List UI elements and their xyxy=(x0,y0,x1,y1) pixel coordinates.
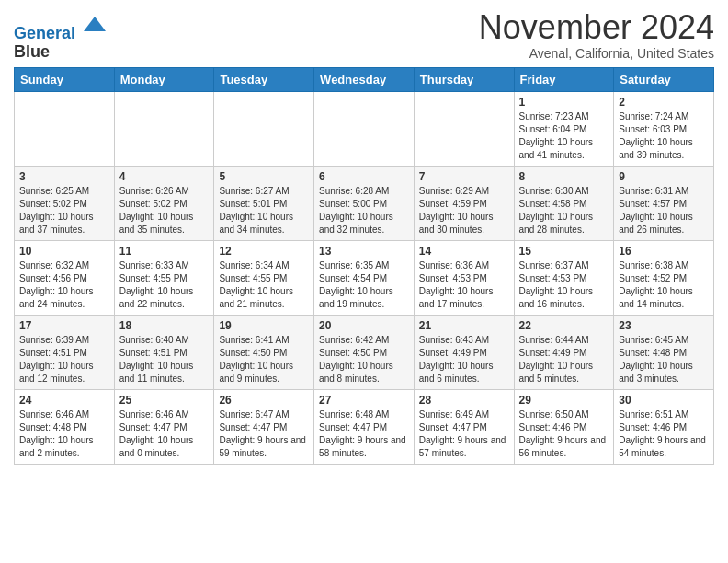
day-info: Sunrise: 6:32 AM Sunset: 4:56 PM Dayligh… xyxy=(19,259,109,311)
day-number: 2 xyxy=(619,96,709,109)
weekday-header-row: SundayMondayTuesdayWednesdayThursdayFrid… xyxy=(15,67,714,91)
day-number: 22 xyxy=(519,319,609,332)
day-cell: 5Sunrise: 6:27 AM Sunset: 5:01 PM Daylig… xyxy=(214,166,314,240)
day-cell: 10Sunrise: 6:32 AM Sunset: 4:56 PM Dayli… xyxy=(15,240,115,315)
day-cell: 29Sunrise: 6:50 AM Sunset: 4:46 PM Dayli… xyxy=(514,389,614,464)
day-info: Sunrise: 6:49 AM Sunset: 4:47 PM Dayligh… xyxy=(419,408,509,460)
weekday-header-tuesday: Tuesday xyxy=(214,67,314,91)
calendar-header: SundayMondayTuesdayWednesdayThursdayFrid… xyxy=(15,67,714,91)
day-info: Sunrise: 6:39 AM Sunset: 4:51 PM Dayligh… xyxy=(19,334,109,385)
logo-icon xyxy=(82,13,108,39)
day-info: Sunrise: 6:27 AM Sunset: 5:01 PM Dayligh… xyxy=(219,185,309,236)
weekday-header-wednesday: Wednesday xyxy=(314,67,415,91)
day-number: 24 xyxy=(19,394,109,407)
day-cell: 7Sunrise: 6:29 AM Sunset: 4:59 PM Daylig… xyxy=(414,166,514,240)
day-number: 26 xyxy=(219,394,309,407)
day-info: Sunrise: 6:41 AM Sunset: 4:50 PM Dayligh… xyxy=(219,334,309,385)
day-info: Sunrise: 6:46 AM Sunset: 4:48 PM Dayligh… xyxy=(19,408,109,460)
day-cell: 1Sunrise: 7:23 AM Sunset: 6:04 PM Daylig… xyxy=(514,91,614,166)
weekday-header-saturday: Saturday xyxy=(614,67,714,91)
week-row-1: 1Sunrise: 7:23 AM Sunset: 6:04 PM Daylig… xyxy=(15,91,714,166)
weekday-header-friday: Friday xyxy=(514,67,614,91)
day-info: Sunrise: 7:23 AM Sunset: 6:04 PM Dayligh… xyxy=(519,110,609,162)
day-number: 18 xyxy=(119,319,210,332)
svg-marker-0 xyxy=(84,17,106,31)
day-cell: 2Sunrise: 7:24 AM Sunset: 6:03 PM Daylig… xyxy=(614,91,714,166)
day-cell: 25Sunrise: 6:46 AM Sunset: 4:47 PM Dayli… xyxy=(114,389,214,464)
week-row-4: 17Sunrise: 6:39 AM Sunset: 4:51 PM Dayli… xyxy=(15,315,714,389)
day-cell: 30Sunrise: 6:51 AM Sunset: 4:46 PM Dayli… xyxy=(614,389,714,464)
day-cell: 21Sunrise: 6:43 AM Sunset: 4:49 PM Dayli… xyxy=(414,315,514,389)
day-cell xyxy=(114,91,214,166)
day-cell: 20Sunrise: 6:42 AM Sunset: 4:50 PM Dayli… xyxy=(314,315,415,389)
day-number: 21 xyxy=(419,319,509,332)
day-number: 20 xyxy=(319,319,409,332)
day-info: Sunrise: 6:26 AM Sunset: 5:02 PM Dayligh… xyxy=(119,185,210,236)
day-number: 25 xyxy=(119,394,210,407)
day-cell: 12Sunrise: 6:34 AM Sunset: 4:55 PM Dayli… xyxy=(214,240,314,315)
day-info: Sunrise: 6:51 AM Sunset: 4:46 PM Dayligh… xyxy=(619,408,709,460)
day-cell: 26Sunrise: 6:47 AM Sunset: 4:47 PM Dayli… xyxy=(214,389,314,464)
day-cell: 16Sunrise: 6:38 AM Sunset: 4:52 PM Dayli… xyxy=(614,240,714,315)
day-cell: 27Sunrise: 6:48 AM Sunset: 4:47 PM Dayli… xyxy=(314,389,415,464)
day-cell: 13Sunrise: 6:35 AM Sunset: 4:54 PM Dayli… xyxy=(314,240,415,315)
day-number: 13 xyxy=(319,245,409,258)
day-cell: 3Sunrise: 6:25 AM Sunset: 5:02 PM Daylig… xyxy=(15,166,115,240)
day-cell xyxy=(15,91,115,166)
day-number: 28 xyxy=(419,394,509,407)
day-info: Sunrise: 6:33 AM Sunset: 4:55 PM Dayligh… xyxy=(119,259,210,311)
day-number: 14 xyxy=(419,245,509,258)
day-info: Sunrise: 7:24 AM Sunset: 6:03 PM Dayligh… xyxy=(619,110,709,162)
day-number: 8 xyxy=(519,170,609,183)
logo-text: General Blue xyxy=(14,13,108,62)
weekday-header-thursday: Thursday xyxy=(414,67,514,91)
day-cell: 9Sunrise: 6:31 AM Sunset: 4:57 PM Daylig… xyxy=(614,166,714,240)
day-number: 19 xyxy=(219,319,309,332)
day-cell: 15Sunrise: 6:37 AM Sunset: 4:53 PM Dayli… xyxy=(514,240,614,315)
day-info: Sunrise: 6:50 AM Sunset: 4:46 PM Dayligh… xyxy=(519,408,609,460)
day-cell: 4Sunrise: 6:26 AM Sunset: 5:02 PM Daylig… xyxy=(114,166,214,240)
day-info: Sunrise: 6:46 AM Sunset: 4:47 PM Dayligh… xyxy=(119,408,210,460)
day-cell: 28Sunrise: 6:49 AM Sunset: 4:47 PM Dayli… xyxy=(414,389,514,464)
page: General Blue November 2024 Avenal, Calif… xyxy=(0,0,728,474)
day-info: Sunrise: 6:43 AM Sunset: 4:49 PM Dayligh… xyxy=(419,334,509,385)
day-cell xyxy=(314,91,415,166)
day-info: Sunrise: 6:35 AM Sunset: 4:54 PM Dayligh… xyxy=(319,259,409,311)
title-block: November 2024 Avenal, California, United… xyxy=(479,9,714,61)
day-cell: 6Sunrise: 6:28 AM Sunset: 5:00 PM Daylig… xyxy=(314,166,415,240)
day-info: Sunrise: 6:31 AM Sunset: 4:57 PM Dayligh… xyxy=(619,185,709,236)
day-number: 30 xyxy=(619,394,709,407)
day-number: 11 xyxy=(119,245,210,258)
location: Avenal, California, United States xyxy=(479,46,714,61)
logo-blue-text: Blue xyxy=(14,42,50,61)
day-info: Sunrise: 6:45 AM Sunset: 4:48 PM Dayligh… xyxy=(619,334,709,385)
day-number: 10 xyxy=(19,245,109,258)
day-cell: 14Sunrise: 6:36 AM Sunset: 4:53 PM Dayli… xyxy=(414,240,514,315)
day-cell: 22Sunrise: 6:44 AM Sunset: 4:49 PM Dayli… xyxy=(514,315,614,389)
day-number: 12 xyxy=(219,245,309,258)
week-row-2: 3Sunrise: 6:25 AM Sunset: 5:02 PM Daylig… xyxy=(15,166,714,240)
day-cell xyxy=(414,91,514,166)
day-info: Sunrise: 6:44 AM Sunset: 4:49 PM Dayligh… xyxy=(519,334,609,385)
day-number: 3 xyxy=(19,170,109,183)
day-number: 1 xyxy=(519,96,609,109)
weekday-header-sunday: Sunday xyxy=(15,67,115,91)
weekday-header-monday: Monday xyxy=(114,67,214,91)
day-info: Sunrise: 6:40 AM Sunset: 4:51 PM Dayligh… xyxy=(119,334,210,385)
day-cell: 11Sunrise: 6:33 AM Sunset: 4:55 PM Dayli… xyxy=(114,240,214,315)
day-info: Sunrise: 6:37 AM Sunset: 4:53 PM Dayligh… xyxy=(519,259,609,311)
week-row-3: 10Sunrise: 6:32 AM Sunset: 4:56 PM Dayli… xyxy=(15,240,714,315)
day-number: 5 xyxy=(219,170,309,183)
day-cell: 17Sunrise: 6:39 AM Sunset: 4:51 PM Dayli… xyxy=(15,315,115,389)
day-cell xyxy=(214,91,314,166)
header: General Blue November 2024 Avenal, Calif… xyxy=(14,9,714,62)
logo: General Blue xyxy=(14,13,108,62)
day-info: Sunrise: 6:48 AM Sunset: 4:47 PM Dayligh… xyxy=(319,408,409,460)
month-title: November 2024 xyxy=(479,9,714,46)
day-number: 29 xyxy=(519,394,609,407)
day-number: 7 xyxy=(419,170,509,183)
day-number: 9 xyxy=(619,170,709,183)
day-number: 6 xyxy=(319,170,409,183)
calendar-table: SundayMondayTuesdayWednesdayThursdayFrid… xyxy=(14,67,714,465)
day-number: 17 xyxy=(19,319,109,332)
